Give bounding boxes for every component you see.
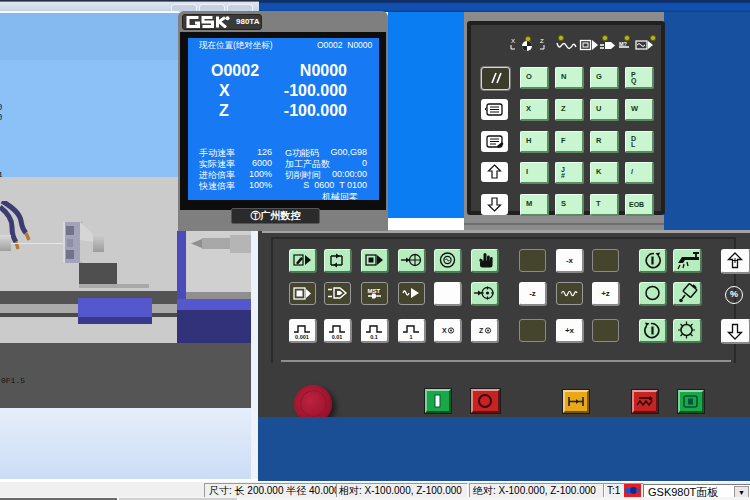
svg-text:0.001: 0.001 — [295, 334, 309, 340]
svg-text:X: X — [442, 327, 447, 334]
svg-text:Z: Z — [479, 327, 484, 334]
svg-text:1: 1 — [409, 334, 412, 340]
svg-text:X: X — [511, 38, 515, 44]
svg-text:0.01: 0.01 — [332, 334, 343, 340]
svg-text:M?: M? — [619, 41, 628, 47]
svg-text:0.1: 0.1 — [370, 334, 378, 340]
svg-text:MST: MST — [368, 288, 381, 294]
svg-text:Z: Z — [540, 38, 544, 44]
